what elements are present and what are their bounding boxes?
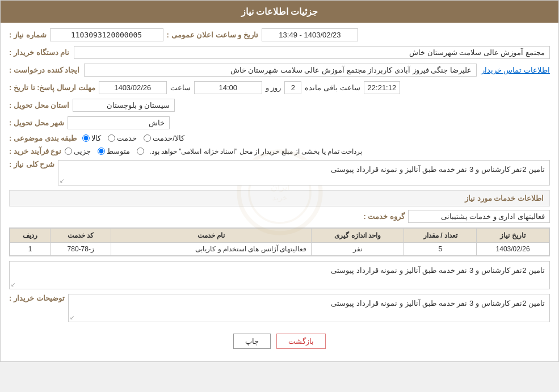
page-title: جزئیات اطلاعات نیاز	[241, 7, 318, 16]
col-radif: ردیف	[10, 229, 51, 243]
col-kod: کد خدمت	[51, 229, 111, 243]
farayand-jozi-label: جزیی	[74, 147, 91, 155]
farayand-motavasset: متوسط	[98, 147, 130, 155]
ijad-value: علیرضا جنگی فیروز آبادی کاربرداز مجتمع آ…	[84, 64, 477, 77]
farayand-jozi: جزیی	[65, 147, 91, 155]
tabagheh-row: کالا/خدمت خدمت کالا طبقه بندی موضوعی :	[9, 134, 550, 142]
content-area: ایران خرید 1403/02/23 - 13:49 تاریخ و سا…	[1, 23, 558, 361]
tawzihat-row: تامین 2نفر کارشناس و 3 نفر خدمه طبق آنال…	[9, 294, 550, 322]
mohlat-roz-label: روز و	[266, 83, 281, 92]
nam-dastgah-value: مجتمع آموزش عالی سلامت شهرستان خاش	[74, 46, 550, 59]
farayand-jozi-radio[interactable]	[65, 147, 72, 155]
khadamat-table: تاریخ نیاز تعداد / مقدار واحد اندازه گیر…	[9, 227, 550, 256]
resize-icon-2: ↙	[11, 281, 15, 288]
farayand-motavasset-label: متوسط	[107, 147, 130, 155]
tabagheh-label: طبقه بندی موضوعی :	[9, 134, 77, 142]
cell-radif: 1	[10, 243, 51, 256]
khadamat-description-box: تامین 2نفر کارشناس و 3 نفر خدمه طبق آنال…	[9, 261, 550, 289]
col-vahed: واحد اندازه گیری	[311, 229, 404, 243]
table-header-row: تاریخ نیاز تعداد / مقدار واحد اندازه گیر…	[10, 229, 549, 243]
col-tedad: تعداد / مقدار	[404, 229, 477, 243]
shomara-row: 1403/02/23 - 13:49 تاریخ و ساعت اعلان عم…	[9, 28, 550, 41]
ostan-label: استان محل تحویل :	[9, 101, 69, 109]
cell-vahed: نفر	[311, 243, 404, 256]
tawzihat-label: توضیحات خریدار :	[9, 294, 65, 302]
shomara-value: 1103093120000005	[50, 28, 163, 41]
shahr-label: شهر محل تحویل :	[9, 119, 64, 127]
cell-tarikh: 1403/02/26	[477, 243, 549, 256]
farayand-empty-radio[interactable]	[137, 147, 144, 155]
grouh-value: فعالیتهای اداری و خدمات پشتیبانی	[408, 210, 550, 223]
sharh-row: تامین 2نفر کارشناس و 3 نفر خدمه طبق آنال…	[9, 160, 550, 186]
tarikh-value: 1403/02/23 - 13:49	[262, 28, 358, 41]
khadamat-section-header: اطلاعات خدمات مورد نیاز	[9, 190, 550, 206]
tabagheh-kala-radio[interactable]	[82, 134, 90, 142]
mohlat-saat-label: ساعت	[170, 83, 191, 92]
tabagheh-kala: کالا	[82, 134, 101, 142]
tabagheh-khidmat: خدمت	[108, 134, 137, 142]
tabagheh-kala-khidmat: کالا/خدمت	[144, 134, 184, 142]
shahr-value: خاش	[68, 116, 170, 129]
grouh-label: گروه خدمت :	[363, 212, 405, 221]
farayand-motavasset-radio[interactable]	[98, 147, 105, 155]
table-row: 1403/02/26 5 نفر فعالیتهای آژانس های است…	[10, 243, 549, 256]
mohlat-saat-value: 14:00	[194, 81, 262, 94]
col-name: نام خدمت	[111, 229, 312, 243]
cell-name: فعالیتهای آژانس های استخدام و کاریابی	[111, 243, 312, 256]
tabagheh-kala-label: کالا	[91, 134, 101, 142]
cell-tedad: 5	[404, 243, 477, 256]
farayand-options: متوسط جزیی	[65, 147, 146, 155]
shahr-row: خاش شهر محل تحویل :	[9, 116, 550, 129]
contact-link[interactable]: اطلاعات تماس خریدار	[481, 66, 550, 74]
print-button[interactable]: چاپ	[233, 334, 271, 349]
tabagheh-options: کالا/خدمت خدمت کالا	[82, 134, 184, 142]
tabagheh-khidmat-radio[interactable]	[108, 134, 115, 142]
cell-kod: ز-78-780	[51, 243, 111, 256]
grouh-row: فعالیتهای اداری و خدمات پشتیبانی گروه خد…	[9, 210, 550, 223]
services-table: تاریخ نیاز تعداد / مقدار واحد اندازه گیر…	[10, 228, 549, 256]
mohlat-date-value: 1403/02/26	[99, 81, 167, 94]
tabagheh-kala-khidmat-radio[interactable]	[144, 134, 151, 142]
farayand-label: نوع فرآیند خرید :	[9, 147, 61, 155]
ostan-value: سیستان و بلوچستان	[73, 99, 175, 112]
sharh-title: شرح کلی نیاز :	[9, 160, 54, 168]
page-wrapper: جزئیات اطلاعات نیاز ایران خرید 1403/02/2…	[0, 0, 559, 362]
resize-icon-3: ↙	[70, 314, 74, 321]
nam-dastgah-label: نام دستگاه خریدار :	[9, 48, 69, 57]
footer-buttons: بازگشت چاپ	[9, 327, 550, 356]
resize-icon: ↙	[60, 178, 64, 184]
ostan-row: سیستان و بلوچستان استان محل تحویل :	[9, 99, 550, 112]
page-header: جزئیات اطلاعات نیاز	[1, 1, 558, 23]
shomara-label: شماره نیاز :	[9, 31, 47, 39]
table-body: 1403/02/26 5 نفر فعالیتهای آژانس های است…	[10, 243, 549, 256]
col-tarikh: تاریخ نیاز	[477, 229, 549, 243]
tarikh-label: تاریخ و ساعت اعلان عمومی :	[167, 31, 258, 39]
noع-row: پرداخت تمام یا بخشی از مبلغ خریدار از مح…	[9, 147, 550, 155]
tabagheh-kala-khidmat-label: کالا/خدمت	[153, 134, 184, 142]
ijad-label: ایجاد کننده درخواست :	[9, 66, 79, 74]
mohlat-baqi-label: ساعت باقی مانده	[305, 83, 360, 92]
mohlat-roz-val: 2	[284, 81, 301, 94]
nam-dastgah-row: مجتمع آموزش عالی سلامت شهرستان خاش نام د…	[9, 46, 550, 59]
sharh-value: تامین 2نفر کارشناس و 3 نفر خدمه طبق آنال…	[331, 165, 545, 174]
mohlat-row: 22:21:12 ساعت باقی مانده 2 روز و 14:00 س…	[9, 81, 550, 94]
tawzihat-value: تامین 2نفر کارشناس و 3 نفر خدمه طبق آنال…	[331, 299, 545, 307]
farayand-note: پرداخت تمام یا بخشی از مبلغ خریدار از مح…	[149, 147, 362, 155]
farayand-empty	[137, 147, 146, 155]
back-button[interactable]: بازگشت	[276, 334, 326, 349]
tabagheh-khidmat-label: خدمت	[117, 134, 137, 142]
ijad-row: اطلاعات تماس خریدار علیرضا جنگی فیروز آب…	[9, 64, 550, 77]
mohlat-label: مهلت ارسال پاسخ: تا تاریخ :	[9, 83, 95, 92]
khadamat-description: تامین 2نفر کارشناس و 3 نفر خدمه طبق آنال…	[331, 266, 545, 275]
mohlat-baqi-value: 22:21:12	[364, 81, 401, 94]
khadamat-title: اطلاعات خدمات مورد نیاز	[465, 194, 544, 203]
